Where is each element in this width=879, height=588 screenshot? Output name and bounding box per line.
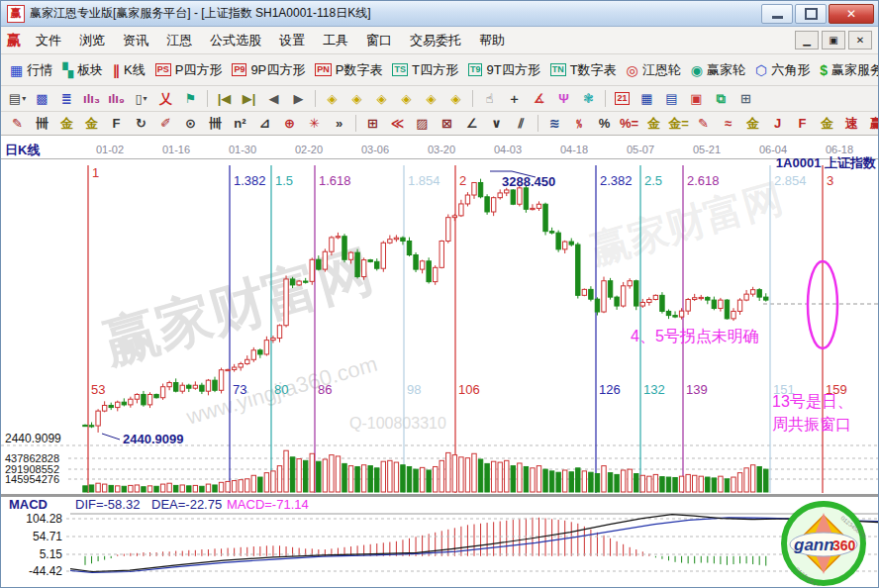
gold-comb-2-button[interactable]: 金 (79, 114, 104, 133)
mdi-minimize-button[interactable]: ▁ (795, 31, 819, 49)
percent-line-tool-button[interactable]: %= (617, 114, 641, 133)
comb-tool-2-button[interactable]: 卌 (203, 114, 228, 133)
gold-comb-2-icon: 金 (85, 115, 98, 133)
gold-circle-tool-button[interactable]: 金 (641, 114, 666, 133)
menu-item-5[interactable]: 设置 (270, 30, 314, 50)
market-quotes-button[interactable]: ▦行情 (5, 59, 57, 81)
red-pen-tool-button[interactable]: ✎ (691, 114, 716, 133)
hand-tool-button[interactable]: ☝ (477, 89, 502, 108)
flower-tool-button[interactable]: ❃ (576, 89, 601, 108)
candle-type-dropdown-button[interactable]: ▯▾ (129, 89, 153, 108)
last-bar-button[interactable]: ▶| (237, 89, 261, 108)
data-download-button[interactable]: ⊞ (733, 89, 758, 108)
winner-wheel-button[interactable]: ◉赢家轮 (686, 59, 750, 81)
percent-tool-button[interactable]: % (592, 114, 617, 133)
calendar-button[interactable]: 21 (610, 89, 635, 108)
gold-line2-tool-button[interactable]: 金 (740, 114, 765, 133)
menu-item-1[interactable]: 浏览 (70, 30, 114, 50)
gold-circle-tool-icon: 金 (647, 115, 660, 133)
sectors-button[interactable]: ▚板块 (57, 59, 108, 81)
spiral-tool-button[interactable]: ↻ (129, 114, 153, 133)
expand-left-button[interactable]: ◈ (320, 89, 344, 108)
speed-line-tool-button[interactable]: 速 (839, 114, 864, 133)
hexagon-button[interactable]: ⬡六角形 (750, 59, 815, 81)
close-button[interactable]: ✕ (829, 4, 874, 24)
f-line-tool-button[interactable]: F (790, 114, 815, 133)
expand-right-button[interactable]: ◈ (344, 89, 369, 108)
menu-item-4[interactable]: 公式选股 (201, 30, 270, 50)
crosshair-tool-button[interactable]: ＋ (502, 89, 527, 108)
nine-bar-chart-button[interactable]: ılı₉ (104, 89, 129, 108)
cycle-clock-tool-button[interactable]: ⊙ (178, 114, 203, 133)
volume-profile-tool-button[interactable]: ≋ (542, 114, 567, 133)
menu-item-7[interactable]: 窗口 (357, 30, 401, 50)
9t-square-button[interactable]: T99T四方形 (463, 59, 545, 81)
mdi-close-button[interactable]: ✕ (848, 31, 872, 49)
gold-pen-tool-icon: 金 (821, 115, 833, 133)
compress-all-button[interactable]: ◈ (419, 89, 443, 108)
menu-item-3[interactable]: 江恩 (157, 30, 201, 50)
win-line-tool-button[interactable]: 赢 (864, 114, 878, 133)
gold-pen-tool-button[interactable]: 金 (815, 114, 839, 133)
slant-lines-tool-button[interactable]: ⫽ (509, 114, 534, 133)
gold-comb-1-button[interactable]: 金 (54, 114, 79, 133)
p-number-table-button[interactable]: PNP数字表 (310, 59, 387, 81)
wave-line-tool-button[interactable]: ≈ (716, 114, 740, 133)
winner-service-button[interactable]: $赢家服务 (815, 59, 878, 81)
calculator-button[interactable]: ▦ (635, 89, 659, 108)
first-bar-button[interactable]: |◀ (212, 89, 237, 108)
brush-tool-button[interactable]: ✎ (5, 114, 30, 133)
menu-item-0[interactable]: 文件 (27, 30, 70, 50)
menu-item-9[interactable]: 帮助 (470, 30, 514, 50)
expand-horizontal-button[interactable]: ◈ (369, 89, 394, 108)
kline-style-dropdown-button[interactable]: ▤▾ (5, 89, 30, 108)
next-bar-button[interactable]: ▶ (286, 89, 311, 108)
n2-tool-button[interactable]: n² (228, 114, 252, 133)
kline-chart[interactable]: 赢家财富网www.yingjia360.com赢家财富网Q-1008033100… (1, 136, 879, 588)
save-button[interactable]: ▣ (684, 89, 709, 108)
color-flag-chart-button[interactable]: ⚑ (178, 89, 203, 108)
gann-figure-button[interactable]: 乂 (153, 89, 178, 108)
box-fan-tool-button[interactable]: ▨ (410, 114, 435, 133)
minimize-button[interactable] (761, 4, 793, 24)
prev-bar-button[interactable]: ◀ (261, 89, 286, 108)
menu-item-8[interactable]: 交易委托 (401, 30, 470, 50)
comb-tool-button[interactable]: 卌 (30, 114, 54, 133)
link-cubes-button[interactable]: ⧉ (709, 89, 733, 108)
more-tools-button[interactable]: » (327, 114, 351, 133)
angle-tool-button[interactable]: ∡ (527, 89, 551, 108)
three-bar-chart-button[interactable]: ılı₃ (79, 89, 104, 108)
grid-tool-button[interactable]: ⊞ (360, 114, 385, 133)
shade-fan-tool-button[interactable]: ⊠ (435, 114, 459, 133)
wedge-tool-button[interactable]: ∨ (484, 114, 509, 133)
f-comb-tool-button[interactable]: F (104, 114, 129, 133)
menu-item-6[interactable]: 工具 (314, 30, 357, 50)
star-tool-button[interactable]: ✳ (302, 114, 327, 133)
p-square-button[interactable]: PSP四方形 (150, 59, 228, 81)
menu-item-2[interactable]: 资讯 (114, 30, 157, 50)
gold-line-tool-button[interactable]: 金= (666, 114, 691, 133)
t-number-table-button[interactable]: TNT数字表 (545, 59, 622, 81)
notes-panel-button[interactable]: ≣ (54, 89, 79, 108)
maximize-button[interactable] (795, 4, 827, 24)
compass-tool-button[interactable]: ⊕ (277, 114, 302, 133)
angle-flag-tool-button[interactable]: ⊿ (252, 114, 277, 133)
first-bar-icon: |◀ (218, 91, 232, 106)
t-square-button[interactable]: TST四方形 (387, 59, 462, 81)
svg-text:1.854: 1.854 (408, 173, 440, 188)
report-button[interactable]: ▤ (659, 89, 684, 108)
network-overlay-button[interactable]: ▩ (30, 89, 54, 108)
compress-horizontal-button[interactable]: ◈ (394, 89, 419, 108)
j-line-tool-button[interactable]: J (765, 114, 790, 133)
fork-tool-button[interactable]: Ψ (551, 89, 576, 108)
gann-wheel-button[interactable]: ◎江恩轮 (622, 59, 686, 81)
kline-button[interactable]: ∥K线 (108, 59, 150, 81)
fan-tool-button[interactable]: ≪ (385, 114, 410, 133)
spiral-tool-icon: ↻ (136, 116, 146, 131)
mdi-restore-button[interactable]: ▣ (822, 31, 845, 49)
angle-lines-tool-button[interactable]: ∠ (459, 114, 484, 133)
expand-all-button[interactable]: ◈ (443, 89, 468, 108)
percent-retrace-tool-button[interactable]: ﹪ (567, 114, 592, 133)
9p-square-button[interactable]: P99P四方形 (227, 59, 310, 81)
pen-tool-button[interactable]: ✐ (153, 114, 178, 133)
